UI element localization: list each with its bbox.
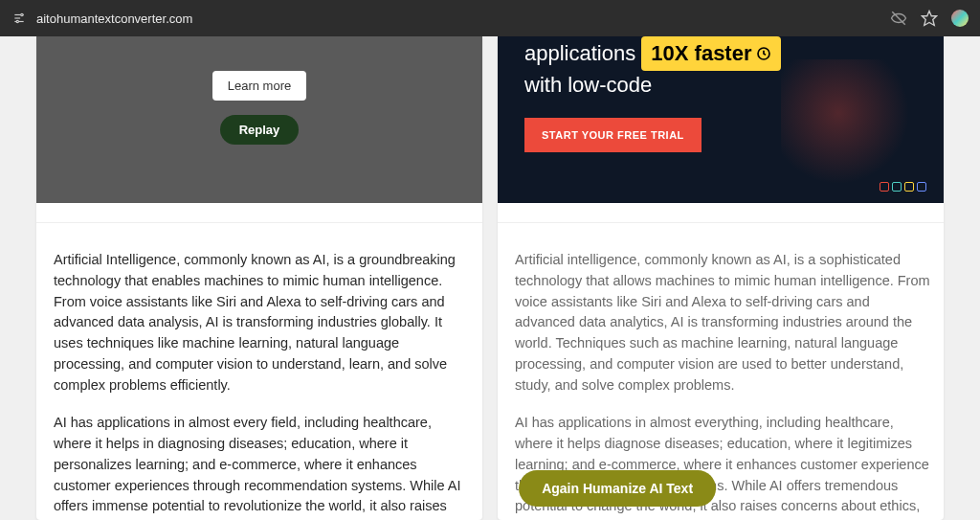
learn-more-button[interactable]: Learn more xyxy=(212,71,306,101)
ad-highlight: 10X faster xyxy=(641,36,780,71)
ad-line2: with low-code xyxy=(524,73,652,97)
humanized-paragraph-1: Artificial intelligence, commonly known … xyxy=(515,250,930,396)
url-text: aitohumantextconverter.com xyxy=(36,11,192,26)
replay-button[interactable]: Replay xyxy=(220,115,300,145)
url-area[interactable]: aitohumantextconverter.com xyxy=(11,11,880,26)
browser-actions xyxy=(890,10,969,27)
browser-address-bar: aitohumantextconverter.com xyxy=(0,0,980,36)
brand-dots-icon xyxy=(880,182,926,192)
original-text-content: Artificial Intelligence, commonly known … xyxy=(54,250,469,520)
start-trial-button[interactable]: START YOUR FREE TRIAL xyxy=(524,118,702,152)
left-ad-banner: ot Learn more Replay xyxy=(36,36,482,203)
incognito-icon[interactable] xyxy=(890,10,907,27)
runner-graphic xyxy=(781,59,924,193)
original-text-area[interactable]: Artificial Intelligence, commonly known … xyxy=(36,222,482,520)
site-settings-icon[interactable] xyxy=(11,11,27,26)
bookmark-star-icon[interactable] xyxy=(921,10,938,27)
right-ad-banner: applications 10X faster with low-code ST… xyxy=(498,36,944,203)
profile-icon[interactable] xyxy=(951,10,969,27)
svg-point-3 xyxy=(21,13,23,15)
svg-marker-6 xyxy=(923,11,937,26)
ad-line1: applications xyxy=(524,41,635,65)
content-area: ot Learn more Replay Artificial Intellig… xyxy=(0,36,980,520)
original-paragraph-1: Artificial Intelligence, commonly known … xyxy=(54,250,469,396)
humanized-text-panel: applications 10X faster with low-code ST… xyxy=(498,36,944,520)
svg-point-4 xyxy=(16,20,18,22)
original-text-panel: ot Learn more Replay Artificial Intellig… xyxy=(36,36,482,520)
original-paragraph-2: AI has applications in almost every fiel… xyxy=(54,413,469,520)
humanize-again-button[interactable]: Again Humanize AI Text xyxy=(519,470,716,507)
